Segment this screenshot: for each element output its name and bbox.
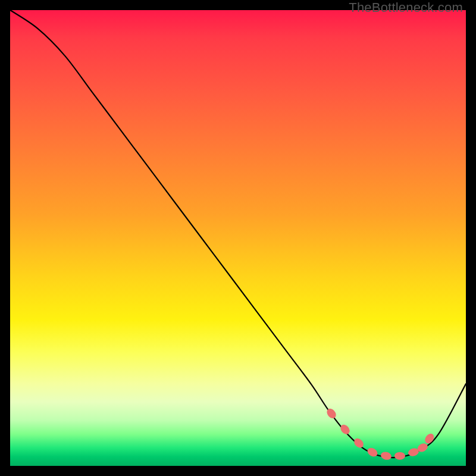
marker-point bbox=[339, 423, 352, 436]
marker-point bbox=[366, 446, 379, 459]
plot-area bbox=[10, 10, 466, 466]
chart-frame: TheBottleneck.com bbox=[0, 0, 476, 476]
marker-point bbox=[423, 432, 436, 445]
marker-point bbox=[394, 452, 405, 460]
bottleneck-curve bbox=[10, 10, 466, 458]
watermark-text: TheBottleneck.com bbox=[349, 0, 463, 15]
suggested-range-markers bbox=[325, 407, 436, 461]
bottleneck-curve-svg bbox=[10, 10, 466, 466]
marker-point bbox=[380, 451, 393, 461]
